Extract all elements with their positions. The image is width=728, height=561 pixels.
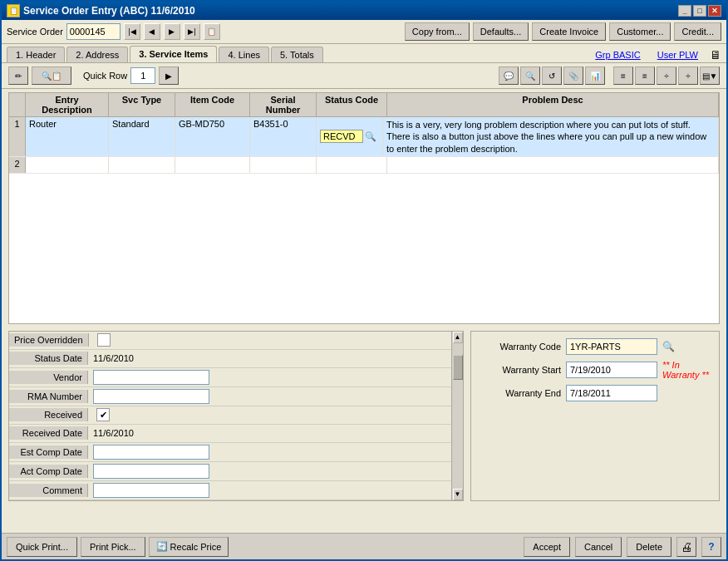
tab-links: Grp BASIC User PLW 🖥 (590, 47, 721, 62)
user-plw-link[interactable]: User PLW (652, 47, 703, 62)
form-scrollbar[interactable]: ▲ ▼ (451, 332, 463, 500)
grp-basic-link[interactable]: Grp BASIC (590, 47, 645, 62)
help-icon-button[interactable]: ? (701, 537, 721, 557)
close-button[interactable]: ✕ (708, 5, 721, 17)
est-comp-value (88, 443, 451, 461)
act-comp-input[interactable] (93, 464, 209, 479)
form-row-received: Received ✔ (9, 406, 451, 425)
row-status-2[interactable] (317, 157, 387, 173)
est-comp-label: Est Comp Date (9, 445, 88, 459)
grid-right-tools: 💬 🔍 ↺ 📎 📊 ≡ ≡ ÷ ÷ ▤▼ (499, 66, 720, 85)
quick-print-button[interactable]: Quick Print... (7, 537, 77, 557)
tab-header[interactable]: 1. Header (7, 47, 65, 62)
customer-button[interactable]: Customer... (609, 22, 671, 41)
attach-tool-button[interactable]: 📎 (563, 66, 583, 85)
row-serial-2[interactable] (250, 157, 317, 173)
nav-new-button[interactable]: 📋 (204, 23, 220, 40)
warranty-lookup-icon[interactable]: 🔍 (662, 341, 675, 352)
export-tool-button[interactable]: 📊 (585, 66, 605, 85)
print-pick-button[interactable]: Print Pick... (81, 537, 145, 557)
grid-empty-area (9, 174, 719, 323)
col-header-status: Status Code (317, 93, 387, 116)
tab-totals[interactable]: 5. Totals (271, 47, 323, 62)
print-icon-button[interactable]: 🖨 (676, 537, 696, 557)
zoom-tool-button[interactable]: 🔍📋 (32, 66, 71, 85)
comment-input[interactable] (93, 483, 209, 498)
table-row[interactable]: 2 (9, 157, 719, 174)
grid-tool-4[interactable]: ÷ (678, 66, 698, 85)
zoom-tool-button2[interactable]: 🔍 (520, 66, 540, 85)
price-overridden-checkbox[interactable] (97, 333, 111, 347)
grid-tool-5[interactable]: ▤▼ (700, 66, 720, 85)
act-comp-value (88, 462, 451, 480)
row-problem-2[interactable] (387, 157, 719, 173)
grid-tool-2[interactable]: ≡ (635, 66, 655, 85)
recalc-price-button[interactable]: 🔄 Recalc Price (149, 537, 229, 557)
defaults-button[interactable]: Defaults... (473, 22, 529, 41)
row-num-2: 2 (9, 157, 26, 173)
message-tool-button[interactable]: 💬 (499, 66, 519, 85)
warranty-code-input[interactable] (566, 338, 657, 355)
row-svc-2[interactable] (109, 157, 175, 173)
row-entry-2[interactable] (26, 157, 109, 173)
cancel-button[interactable]: Cancel (575, 537, 622, 557)
minimize-button[interactable]: _ (678, 5, 691, 17)
rma-input[interactable] (93, 389, 209, 404)
delete-button[interactable]: Delete (627, 537, 671, 557)
service-order-label: Service Order (7, 27, 63, 37)
main-content: Entry Description Svc Type Item Code Ser… (2, 89, 726, 533)
col-header-num (9, 93, 26, 116)
nav-last-button[interactable]: ▶| (184, 23, 200, 40)
grid-toolbar: ✏ 🔍📋 Quick Row ▶ 💬 🔍 ↺ 📎 📊 ≡ ≡ ÷ ÷ ▤▼ (2, 63, 726, 89)
grid-tool-3[interactable]: ÷ (657, 66, 676, 85)
scroll-thumb[interactable] (453, 355, 463, 380)
table-row[interactable]: 1 Router Standard GB-MD750 B4351-0 🔍 Thi… (9, 117, 719, 157)
service-items-grid: Entry Description Svc Type Item Code Ser… (8, 92, 720, 324)
tab-service-items[interactable]: 3. Service Items (130, 46, 217, 62)
credit-button[interactable]: Credit... (674, 22, 721, 41)
est-comp-input[interactable] (93, 445, 209, 460)
vendor-input[interactable] (93, 370, 209, 385)
col-header-problem: Problem Desc (387, 93, 719, 116)
comment-label: Comment (9, 484, 88, 497)
status-right-buttons: Accept Cancel Delete 🖨 ? (524, 537, 721, 557)
maximize-button[interactable]: □ (693, 5, 706, 17)
pencil-tool-button[interactable]: ✏ (8, 66, 28, 85)
nav-prev-button[interactable]: ◀ (144, 23, 160, 40)
received-date-label: Received Date (9, 426, 88, 440)
received-checkbox[interactable]: ✔ (96, 408, 110, 421)
copy-from-button[interactable]: Copy from... (405, 22, 470, 41)
tab-address[interactable]: 2. Address (66, 47, 128, 62)
nav-next-button[interactable]: ▶ (164, 23, 180, 40)
warranty-end-row: Warranty End (478, 385, 712, 401)
warranty-end-input[interactable] (566, 385, 657, 401)
quick-row-input[interactable] (130, 67, 155, 84)
quick-row-go-button[interactable]: ▶ (159, 66, 179, 85)
accept-button[interactable]: Accept (524, 537, 570, 557)
bottom-section: Price Overridden Status Date 11/6/2010 (8, 331, 720, 501)
row-svc-1[interactable]: Standard (109, 117, 175, 156)
row-serial-1[interactable]: B4351-0 (250, 117, 317, 156)
nav-first-button[interactable]: |◀ (124, 23, 140, 40)
tab-lines[interactable]: 4. Lines (219, 47, 269, 62)
row-item-1[interactable]: GB-MD750 (175, 117, 250, 156)
form-row-rma: RMA Number (9, 387, 451, 406)
create-invoice-button[interactable]: Create Invoice (532, 22, 606, 41)
status-date-label: Status Date (9, 352, 88, 365)
grid-tool-1[interactable]: ≡ (613, 66, 633, 85)
service-order-input[interactable] (66, 23, 121, 40)
status-lookup-icon[interactable]: 🔍 (365, 131, 376, 142)
refresh-tool-button[interactable]: ↺ (542, 66, 562, 85)
warranty-start-input[interactable] (566, 362, 657, 378)
quick-row-label: Quick Row (83, 71, 127, 81)
grid-header: Entry Description Svc Type Item Code Ser… (9, 93, 719, 117)
status-code-input[interactable] (320, 130, 363, 143)
main-window: 📋 Service Order Entry (ABC) 11/6/2010 _ … (0, 0, 728, 561)
form-row-act-comp: Act Comp Date (9, 462, 451, 481)
scroll-down-button[interactable]: ▼ (453, 489, 463, 500)
scroll-up-button[interactable]: ▲ (453, 332, 463, 343)
row-entry-1[interactable]: Router (26, 117, 109, 156)
row-problem-1[interactable]: This is a very, very long problem descri… (383, 117, 719, 156)
row-status-1[interactable]: 🔍 (317, 117, 383, 156)
row-item-2[interactable] (175, 157, 250, 173)
